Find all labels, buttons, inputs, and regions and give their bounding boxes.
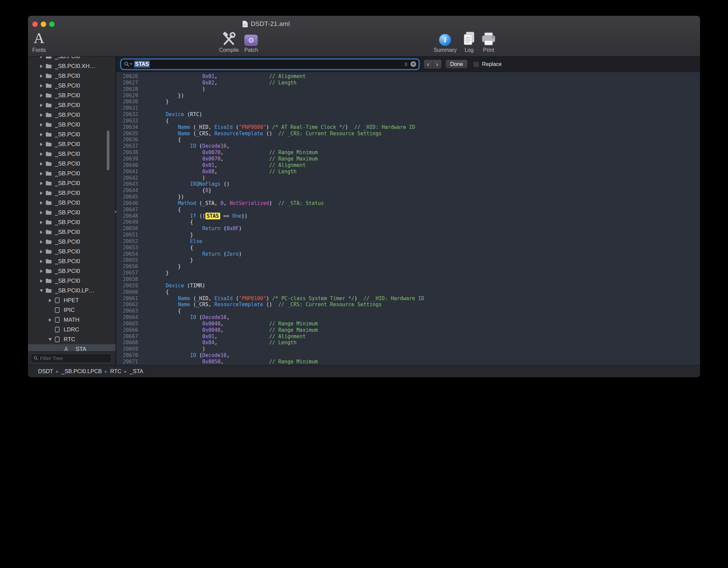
filter-tree-input[interactable] — [40, 355, 108, 361]
disclosure-triangle-icon[interactable] — [38, 133, 45, 136]
disclosure-triangle-icon[interactable] — [38, 65, 45, 68]
breadcrumb-item[interactable]: RTC — [110, 368, 122, 375]
tree-item-sb-pci0[interactable]: _SB.PCI0 — [28, 57, 115, 61]
folder-icon — [45, 220, 52, 225]
tree-item-rtc[interactable]: RTC — [28, 334, 115, 344]
tree-item-sb-pci0[interactable]: _SB.PCI0 — [28, 188, 115, 198]
log-button[interactable]: Log — [462, 30, 476, 53]
folder-icon — [45, 93, 52, 98]
find-next-button[interactable]: › — [433, 60, 441, 69]
replace-checkbox[interactable] — [473, 61, 479, 67]
tree-item-sb-pci0-xh[interactable]: _SB.PCI0.XH… — [28, 61, 115, 71]
sidebar-scrollbar-thumb[interactable] — [107, 131, 109, 170]
disclosure-triangle-icon[interactable] — [38, 201, 45, 205]
code-line: 20657 } — [116, 270, 700, 276]
tree-item-sb-pci0[interactable]: _SB.PCI0 — [28, 100, 115, 110]
tree-item-sb-pci0[interactable]: _SB.PCI0 — [28, 81, 115, 91]
tree-item-sb-pci0[interactable]: _SB.PCI0 — [28, 217, 115, 227]
tree-item-ipic[interactable]: IPIC — [28, 305, 115, 315]
zoom-button[interactable] — [49, 22, 55, 27]
tree-item-sb-pci0[interactable]: _SB.PCI0 — [28, 91, 115, 100]
tree-item-sb-pci0[interactable]: _SB.PCI0 — [28, 198, 115, 208]
disclosure-triangle-icon[interactable] — [38, 123, 45, 127]
disclosure-triangle-icon[interactable] — [38, 94, 45, 97]
disclosure-triangle-icon[interactable] — [38, 230, 45, 234]
tree-item-sb-pci0[interactable]: _SB.PCI0 — [28, 276, 115, 286]
filter-tree-field[interactable] — [31, 354, 111, 363]
disclosure-triangle-icon[interactable] — [38, 143, 45, 146]
tree-item-sb-pci0[interactable]: _SB.PCI0 — [28, 208, 115, 217]
find-search-field[interactable]: STAS 3 ✕ — [121, 60, 419, 69]
disclosure-triangle-icon[interactable] — [47, 299, 54, 302]
folder-icon — [45, 239, 52, 244]
code-lines[interactable]: 20626 0x01, // Alignment20627 0x02, // L… — [116, 72, 700, 365]
disclosure-triangle-icon[interactable] — [38, 57, 45, 58]
tree-item-sb-pci0[interactable]: _SB.PCI0 — [28, 120, 115, 130]
disclosure-triangle-icon[interactable] — [47, 318, 54, 322]
sidebar-tree: _SB.PCI0_SB.PCI0.XH…_SB.PCI0_SB.PCI0_SB.… — [28, 57, 115, 351]
tree-item-sta[interactable]: _STA — [28, 344, 115, 351]
disclosure-triangle-icon[interactable] — [38, 162, 45, 166]
tree-item-label: _SB.PCI0 — [55, 200, 80, 206]
tree-item-sb-pci0[interactable]: _SB.PCI0 — [28, 227, 115, 237]
printer-icon — [481, 32, 496, 46]
disclosure-triangle-icon[interactable] — [38, 113, 45, 117]
disclosure-triangle-icon[interactable] — [38, 182, 45, 185]
tree-item-sb-pci0[interactable]: _SB.PCI0 — [28, 178, 115, 188]
print-button[interactable]: Print — [481, 30, 496, 53]
tree-item-sb-pci0[interactable]: _SB.PCI0 — [28, 237, 115, 247]
tree-item-sb-pci0[interactable]: _SB.PCI0 — [28, 266, 115, 276]
disclosure-triangle-icon[interactable] — [38, 289, 45, 292]
disclosure-triangle-icon[interactable] — [38, 172, 45, 175]
summary-button[interactable]: i Summary — [434, 30, 457, 53]
clear-search-button[interactable]: ✕ — [410, 61, 416, 67]
code-line: 20649 { — [116, 219, 700, 225]
find-previous-button[interactable]: ‹ — [424, 60, 433, 69]
done-button[interactable]: Done — [445, 60, 468, 69]
tree-item-sb-pci0[interactable]: _SB.PCI0 — [28, 71, 115, 81]
disclosure-triangle-icon[interactable] — [38, 250, 45, 253]
breadcrumb-item[interactable]: DSDT — [38, 368, 53, 375]
compile-button[interactable]: Compile — [219, 30, 239, 53]
breadcrumb-item[interactable]: _STA — [130, 368, 143, 375]
disclosure-triangle-icon[interactable] — [38, 152, 45, 156]
disclosure-triangle-icon[interactable] — [38, 104, 45, 107]
tree-item-sb-pci0[interactable]: _SB.PCI0 — [28, 169, 115, 178]
tree-item-sb-pci0[interactable]: _SB.PCI0 — [28, 149, 115, 159]
tree-item-sb-pci0[interactable]: _SB.PCI0 — [28, 130, 115, 139]
disclosure-triangle-icon[interactable] — [38, 279, 45, 283]
line-number: 20643 — [116, 181, 138, 187]
code-text: Return (Zero) — [141, 251, 242, 257]
tree-item-sb-pci0[interactable]: _SB.PCI0 — [28, 159, 115, 169]
close-button[interactable] — [32, 22, 38, 27]
tree-item-sb-pci0[interactable]: _SB.PCI0 — [28, 110, 115, 120]
folder-icon — [45, 132, 52, 137]
disclosure-triangle-icon[interactable] — [38, 240, 45, 244]
disclosure-triangle-icon[interactable] — [38, 84, 45, 87]
tree-item-sb-pci0[interactable]: _SB.PCI0 — [28, 247, 115, 256]
patch-button[interactable]: ⚙ Patch — [244, 30, 258, 53]
tree-item-hpet[interactable]: HPET — [28, 295, 115, 305]
line-number: 20642 — [116, 175, 138, 181]
tree-item-math[interactable]: MATH — [28, 315, 115, 325]
disclosure-triangle-icon[interactable] — [38, 260, 45, 263]
search-icon[interactable] — [124, 62, 132, 67]
tree-item-label: IPIC — [64, 307, 75, 314]
disclosure-triangle-icon[interactable] — [38, 191, 45, 195]
tree-item-sb-pci0[interactable]: _SB.PCI0 — [28, 139, 115, 149]
tree-item-sb-pci0[interactable]: _SB.PCI0 — [28, 256, 115, 266]
code-text: { — [141, 207, 181, 213]
minimize-button[interactable] — [41, 22, 46, 27]
disclosure-triangle-icon[interactable] — [38, 74, 45, 78]
disclosure-triangle-icon[interactable] — [47, 338, 54, 341]
tree-item-ldrc[interactable]: LDRC — [28, 325, 115, 334]
disclosure-triangle-icon[interactable] — [38, 270, 45, 273]
line-number: 20670 — [116, 352, 138, 359]
tree-item-sb-pci0-lp[interactable]: _SB.PCI0.LP… — [28, 286, 115, 295]
fonts-button[interactable]: A Fonts — [32, 30, 46, 53]
disclosure-triangle-icon[interactable] — [38, 221, 45, 224]
pane-divider[interactable] — [115, 57, 116, 365]
breadcrumb-item[interactable]: _SB.PCI0.LPCB — [61, 368, 102, 375]
disclosure-triangle-icon[interactable] — [38, 211, 45, 214]
code-line: 20630 } — [116, 99, 700, 105]
